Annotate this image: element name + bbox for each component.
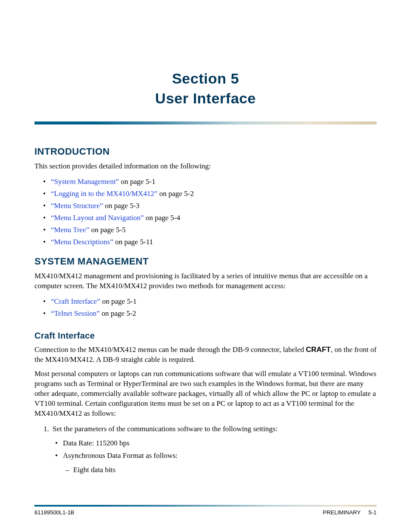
list-item: “Telnet Session” on page 5-2 <box>51 308 377 320</box>
sysmgmt-para: MX410/MX412 management and provisioning … <box>34 271 377 291</box>
section-title: Section 5 User Interface <box>34 69 377 109</box>
sub-eight-data-bits: Eight data bits <box>73 464 377 476</box>
heading-system-management: SYSTEM MANAGEMENT <box>34 256 377 267</box>
footer-pagenum: 5-1 <box>368 509 377 516</box>
craft-label: CRAFT <box>306 345 331 354</box>
heading-introduction: INTRODUCTION <box>34 146 377 157</box>
bullet-async-text: Asynchronous Data Format as follows: <box>63 451 177 460</box>
list-item: “Craft Interface” on page 5-1 <box>51 296 377 308</box>
step-1-bullets: Data Rate: 115200 bps Asynchronous Data … <box>53 437 377 476</box>
document-page: Section 5 User Interface INTRODUCTION Th… <box>0 0 411 532</box>
toc-suffix: on page 5-2 <box>100 309 137 317</box>
bullet-async: Asynchronous Data Format as follows: Eig… <box>63 450 377 476</box>
step-1-text: Set the parameters of the communications… <box>53 425 277 433</box>
footer-status: PRELIMINARY <box>323 509 361 516</box>
toc-suffix: on page 5-11 <box>113 238 153 246</box>
title-line-2: User Interface <box>34 89 377 109</box>
footer-row: 61189500L1-1B PRELIMINARY 5-1 <box>34 509 377 516</box>
toc-link[interactable]: “Menu Descriptions” <box>51 238 113 246</box>
async-sublist: Eight data bits <box>63 464 377 476</box>
toc-suffix: on page 5-4 <box>144 214 181 222</box>
craft-steps: Set the parameters of the communications… <box>34 423 377 476</box>
intro-lead: This section provides detailed informati… <box>34 162 377 171</box>
list-item: “Menu Tree” on page 5-5 <box>51 224 377 236</box>
list-item: “Menu Structure” on page 5-3 <box>51 200 377 212</box>
heading-craft-interface: Craft Interface <box>34 331 377 341</box>
sysmgmt-list: “Craft Interface” on page 5-1 “Telnet Se… <box>34 296 377 320</box>
toc-link[interactable]: “Telnet Session” <box>51 309 100 317</box>
list-item: “Logging in to the MX410/MX412” on page … <box>51 188 377 200</box>
craft-p1-pre: Connection to the MX410/MX412 menus can … <box>34 345 306 354</box>
toc-link[interactable]: “Menu Layout and Navigation” <box>51 214 144 222</box>
craft-p2: Most personal computers or laptops can r… <box>34 369 377 419</box>
toc-link[interactable]: “Logging in to the MX410/MX412” <box>51 190 157 198</box>
toc-suffix: on page 5-2 <box>157 190 194 198</box>
list-item: “System Management” on page 5-1 <box>51 176 377 188</box>
toc-link[interactable]: “Menu Structure” <box>51 202 103 210</box>
toc-suffix: on page 5-3 <box>103 202 140 210</box>
list-item: “Menu Layout and Navigation” on page 5-4 <box>51 212 377 224</box>
title-divider <box>34 121 377 124</box>
title-line-1: Section 5 <box>34 69 377 89</box>
toc-suffix: on page 5-1 <box>100 297 137 305</box>
bullet-data-rate: Data Rate: 115200 bps <box>63 437 377 450</box>
toc-link[interactable]: “Craft Interface” <box>51 297 100 305</box>
footer-divider <box>34 505 377 507</box>
list-item: “Menu Descriptions” on page 5-11 <box>51 236 377 248</box>
intro-toc-list: “System Management” on page 5-1 “Logging… <box>34 176 377 248</box>
footer-docnum: 61189500L1-1B <box>34 509 75 516</box>
page-footer: 61189500L1-1B PRELIMINARY 5-1 <box>34 505 377 516</box>
toc-link[interactable]: “Menu Tree” <box>51 226 89 234</box>
footer-right: PRELIMINARY 5-1 <box>323 509 377 516</box>
toc-suffix: on page 5-5 <box>89 226 126 234</box>
toc-suffix: on page 5-1 <box>119 177 156 186</box>
toc-link[interactable]: “System Management” <box>51 177 119 186</box>
step-1: Set the parameters of the communications… <box>51 423 377 476</box>
craft-p1: Connection to the MX410/MX412 menus can … <box>34 345 377 365</box>
